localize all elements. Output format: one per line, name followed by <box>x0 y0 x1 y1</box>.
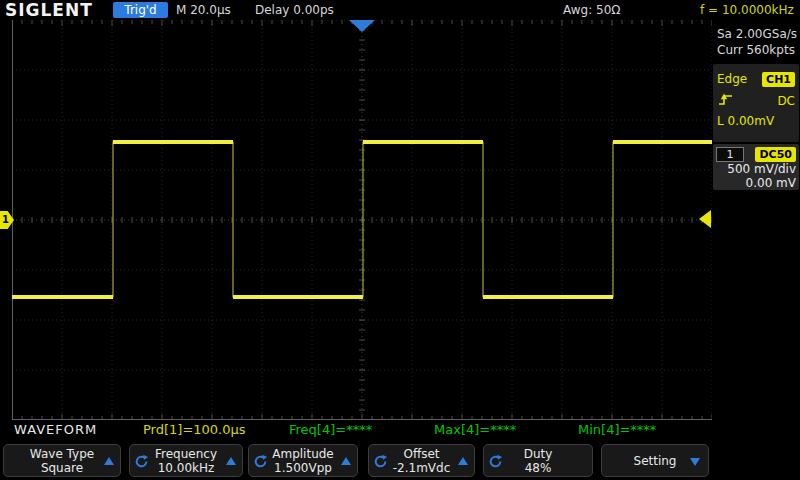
rotate-knob-icon <box>488 454 503 469</box>
expand-up-icon <box>458 457 468 465</box>
measurement-freq: Freq[4]=**** <box>289 422 372 437</box>
header-bar: SIGLENT Trig'd M 20.0μs Delay 0.00ps Awg… <box>0 0 800 20</box>
channel-offset-readout: 0.00 mV <box>716 176 796 190</box>
expand-up-icon <box>226 457 236 465</box>
awg-impedance-readout: Awg: 50Ω <box>563 3 620 17</box>
measurement-row: WAVEFORM Prd[1]=100.0μs Freq[4]=**** Max… <box>0 422 800 440</box>
wave-type-button[interactable]: Wave Type Square <box>3 444 121 477</box>
trigger-position-marker[interactable] <box>349 20 375 32</box>
oscilloscope-screen: SIGLENT Trig'd M 20.0μs Delay 0.00ps Awg… <box>0 0 800 480</box>
measurement-min: Min[4]=**** <box>578 422 656 437</box>
channel-scale-readout: 500 mV/div <box>716 162 796 176</box>
rising-edge-icon <box>717 91 735 111</box>
channel-number-box: 1 <box>716 147 744 162</box>
waveform-mode-label: WAVEFORM <box>14 422 97 437</box>
graticule <box>12 20 712 420</box>
scope-graticule-and-trace <box>12 20 712 420</box>
expand-down-icon <box>690 458 700 466</box>
expand-up-icon <box>104 457 114 465</box>
trigger-status-badge: Trig'd <box>113 2 168 18</box>
measurement-period: Prd[1]=100.0μs <box>143 422 246 437</box>
amplitude-button[interactable]: Amplitude 1.500Vpp <box>248 444 358 477</box>
measurement-max: Max[4]=**** <box>434 422 516 437</box>
memory-depth-readout: Curr 560kpts <box>717 42 800 58</box>
rotate-knob-icon <box>373 454 388 469</box>
channel1-info-panel[interactable]: 1 DC50 500 mV/div 0.00 mV <box>713 144 799 190</box>
setting-button[interactable]: Setting <box>601 444 709 477</box>
trigger-type-label: Edge <box>717 72 747 86</box>
waveform-display-area <box>12 20 712 420</box>
rotate-knob-icon <box>134 454 149 469</box>
timebase-readout: M 20.0μs <box>176 3 231 17</box>
offset-button[interactable]: Offset -2.1mVdc <box>368 444 475 477</box>
trigger-source-badge: CH1 <box>762 72 795 87</box>
right-info-sidebar: Sa 2.00GSa/s Curr 560kpts Edge CH1 DC L … <box>712 20 800 420</box>
trigger-info-panel[interactable]: Edge CH1 DC L 0.00mV <box>713 64 799 142</box>
expand-up-icon <box>341 457 351 465</box>
sample-rate-readout: Sa 2.00GSa/s <box>717 26 800 42</box>
acquisition-info: Sa 2.00GSa/s Curr 560kpts <box>712 20 800 58</box>
rotate-knob-icon <box>253 454 268 469</box>
trigger-level-marker[interactable] <box>699 210 711 228</box>
siglent-logo: SIGLENT <box>5 0 93 20</box>
frequency-counter-readout: f = 10.0000kHz <box>700 3 794 17</box>
frequency-button[interactable]: Frequency 10.00kHz <box>129 444 243 477</box>
channel-coupling-badge: DC50 <box>755 147 796 162</box>
trigger-level-readout: L 0.00mV <box>717 114 774 128</box>
softkey-menu-bar: Wave Type Square Frequency 10.00kHz Ampl… <box>0 442 800 480</box>
duty-button[interactable]: Duty 48% <box>483 444 593 477</box>
trigger-delay-readout: Delay 0.00ps <box>255 3 334 17</box>
trigger-coupling-label: DC <box>777 94 795 108</box>
